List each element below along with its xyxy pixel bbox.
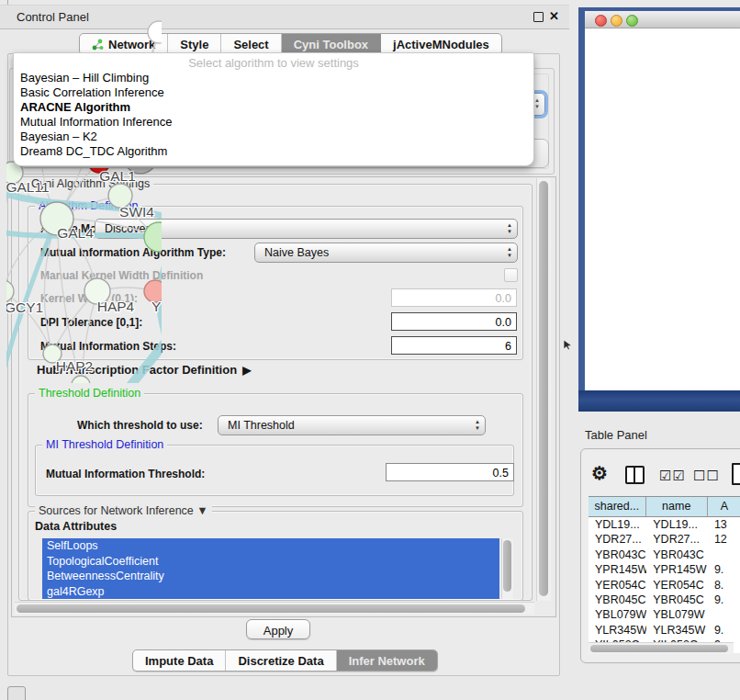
attribute-row[interactable]: TopologicalCoefficient [42, 554, 499, 570]
node-table: shared...nameA YDL19...YDL19...13YDR27..… [589, 496, 740, 653]
popup-item-bayesian-k2[interactable]: Bayesian – K2 [14, 130, 533, 144]
table-panel-title: Table Panel [585, 428, 647, 442]
tab-cyni-toolbox[interactable]: Cyni Toolbox [282, 34, 381, 54]
close-button[interactable] [595, 15, 607, 27]
tab-label: Infer Network [349, 654, 425, 668]
minimize-button[interactable] [611, 15, 622, 27]
combo-arrows-icon: ▲▼ [475, 419, 480, 431]
table-row[interactable]: YLR345WYLR345W9. [589, 623, 740, 638]
popup-item-bayesian-hill-climbing[interactable]: Bayesian – Hill Climbing [14, 71, 533, 85]
table-cell: YER054C [646, 578, 709, 593]
attribute-row[interactable]: SelfLoops [42, 538, 499, 554]
table-cell: YBL079W [589, 607, 646, 622]
tab-style[interactable]: Style [168, 34, 221, 54]
table-cell [709, 548, 740, 562]
table-cell: YBR045C [646, 593, 709, 607]
table-cell [709, 607, 740, 622]
network-view-inner [585, 11, 740, 390]
table-cell: 13 [709, 517, 740, 532]
table-horizontal-scrollbar[interactable] [589, 642, 734, 654]
table-row[interactable]: YER054CYER054C8. [589, 578, 740, 593]
columns-icon[interactable] [625, 466, 645, 484]
manual-kernel-width-checkbox[interactable] [504, 268, 518, 282]
popup-item-aracne-algorithm[interactable]: ARACNE Algorithm [14, 100, 533, 115]
data-attributes-list[interactable]: SelfLoopsTopologicalCoefficientBetweenne… [42, 538, 499, 599]
mouse-cursor [564, 340, 573, 351]
table-cell: YDR27... [646, 532, 709, 547]
tab-label: Discretize Data [238, 654, 323, 668]
tab-infer-network[interactable]: Infer Network [337, 650, 437, 671]
table-body: YDL19...YDL19...13YDR27...YDR27...12YBR0… [589, 517, 740, 653]
tab-discretize-data[interactable]: Discretize Data [226, 650, 336, 671]
tab-impute-data[interactable]: Impute Data [133, 650, 226, 671]
network-node-label: GCY1 [6, 299, 43, 315]
select-all-icon[interactable]: ☑☑ [659, 468, 686, 484]
threshold-definition-title: Threshold Definition [35, 387, 144, 400]
mi-algorithm-type-combobox[interactable]: Naive Bayes ▲▼ [254, 243, 518, 263]
mi-steps-field[interactable]: 6 [391, 336, 517, 355]
float-panel-icon[interactable] [533, 12, 544, 22]
combo-arrows-icon: ▲▼ [534, 97, 540, 109]
attribute-row[interactable]: BetweennessCentrality [42, 569, 499, 584]
network-node-label: HAP2 [56, 358, 94, 374]
settings-vertical-scrollbar[interactable] [536, 178, 551, 601]
network-node-label: GAL11 [6, 179, 50, 195]
tab-jactivemnodules[interactable]: jActiveMNodules [381, 34, 501, 54]
gear-icon[interactable]: ⚙ [591, 462, 608, 484]
settings-horizontal-thumb[interactable] [17, 604, 525, 613]
dpi-tolerance-field[interactable]: 0.0 [391, 312, 517, 331]
table-cell: 9. [709, 593, 740, 607]
which-threshold-combobox[interactable]: MI Threshold ▲▼ [218, 415, 486, 435]
attributes-scrollbar[interactable] [501, 538, 513, 599]
settings-vertical-thumb[interactable] [539, 181, 548, 596]
deselect-all-icon[interactable]: ☐☐ [693, 468, 720, 484]
table-row[interactable]: YDL19...YDL19...13 [589, 517, 740, 532]
kernel-width-field[interactable]: 0.0 [391, 288, 517, 307]
table-cell: YBL079W [646, 607, 709, 622]
tab-select[interactable]: Select [221, 34, 281, 54]
network-node[interactable] [72, 376, 90, 383]
table-column-header[interactable]: name [646, 497, 708, 516]
table-cell: YLR345W [589, 623, 646, 638]
popup-item-basic-correlation-inference[interactable]: Basic Correlation Inference [14, 85, 533, 100]
mi-threshold-field[interactable]: 0.5 [386, 463, 514, 481]
table-horizontal-thumb[interactable] [590, 645, 728, 652]
close-panel-icon[interactable]: ✕ [549, 9, 559, 23]
restore-panel-button[interactable] [7, 686, 26, 700]
network-node[interactable] [148, 21, 162, 43]
settings-horizontal-scrollbar[interactable] [15, 602, 534, 615]
network-node-label: SWI4 [119, 204, 154, 220]
sources-group-title[interactable]: Sources for Network Inference ▼ [35, 504, 212, 517]
popup-item-mutual-information-inference[interactable]: Mutual Information Inference [14, 115, 533, 130]
network-edge-highlighted[interactable] [111, 344, 162, 383]
network-window-titlebar[interactable] [585, 11, 740, 28]
network-node-label: Y [151, 299, 161, 314]
combo-arrows-icon: ▲▼ [507, 246, 512, 258]
table-row[interactable]: YBL079WYBL079W [589, 607, 740, 622]
table-row[interactable]: YPR145WYPR145W9. [589, 562, 740, 577]
app-screen: { "control_panel": { "title": "Control P… [0, 0, 740, 700]
popup-item-dream8-dc-tdc-algorithm[interactable]: Dream8 DC_TDC Algorithm [14, 144, 533, 159]
algorithm-dropdown-popup: Select algorithm to view settings Bayesi… [13, 52, 534, 166]
cyni-bottom-tabs: Impute DataDiscretize DataInfer Network [132, 649, 438, 672]
page-icon[interactable] [732, 463, 740, 485]
table-cell: YPR145W [646, 562, 709, 577]
popup-placeholder: Select algorithm to view settings [14, 53, 533, 71]
attribute-row[interactable]: gal4RGexp [42, 584, 499, 600]
zoom-button[interactable] [626, 15, 638, 27]
mi-threshold-group-title: MI Threshold Definition [42, 438, 167, 451]
table-column-header[interactable]: shared... [589, 497, 646, 516]
table-row[interactable]: YBR043CYBR043C [589, 548, 740, 562]
table-cell: YBR043C [646, 548, 709, 562]
table-row[interactable]: YDR27...YDR27...12 [589, 532, 740, 547]
tab-label: Impute Data [145, 654, 213, 668]
table-row[interactable]: YBR045CYBR045C9. [589, 593, 740, 607]
table-column-header[interactable]: A [708, 497, 740, 516]
data-attributes-label: Data Attributes [35, 520, 117, 533]
apply-button[interactable]: Apply [246, 619, 310, 639]
table-header-row: shared...nameA [589, 496, 740, 517]
table-cell: 9. [709, 562, 740, 577]
table-cell: YPR145W [589, 562, 646, 577]
collapsed-arrow-icon: ▶ [242, 364, 251, 377]
attributes-scrollbar-thumb[interactable] [503, 540, 511, 592]
